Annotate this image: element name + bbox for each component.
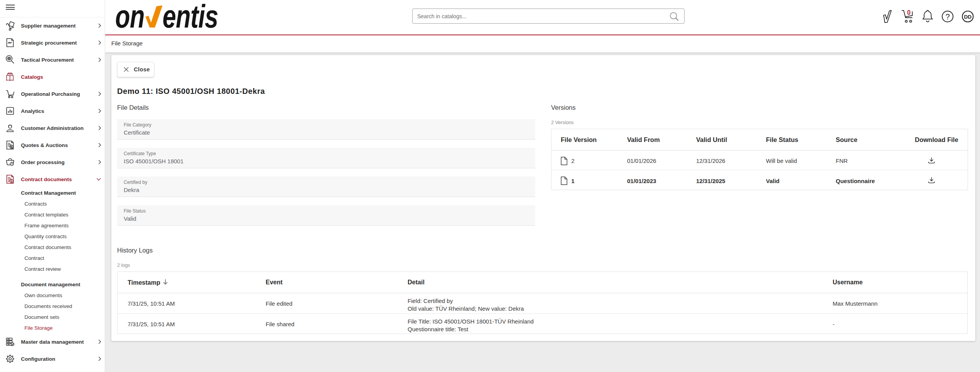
svg-text:DD: DD: [964, 14, 972, 20]
svg-text:§: §: [11, 179, 13, 183]
svg-text:0: 0: [907, 9, 911, 16]
svg-text:?: ?: [945, 12, 950, 21]
